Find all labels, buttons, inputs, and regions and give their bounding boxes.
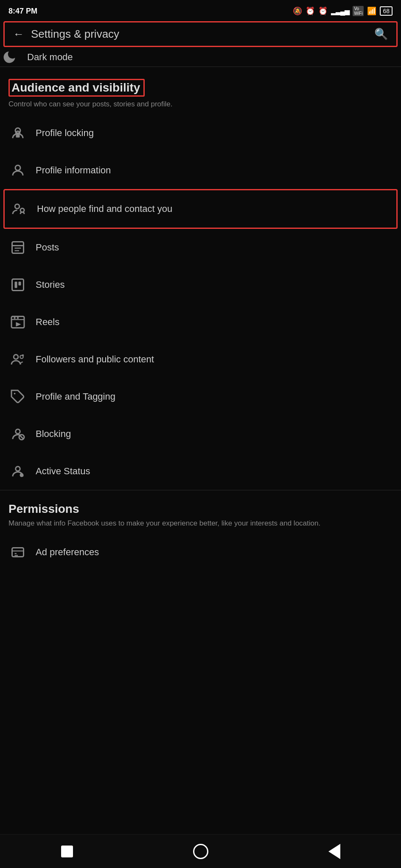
reels-label: Reels xyxy=(36,317,59,328)
posts-label: Posts xyxy=(36,242,59,253)
time-display: 8:47 PM xyxy=(8,7,37,16)
bottom-nav xyxy=(0,834,401,868)
profile-locking-item[interactable]: Profile locking xyxy=(0,114,401,152)
svg-rect-1 xyxy=(16,134,20,138)
square-icon xyxy=(61,846,73,857)
blocking-item[interactable]: Blocking xyxy=(0,415,401,453)
how-people-find-item[interactable]: How people find and contact you xyxy=(3,189,398,229)
followers-icon xyxy=(8,350,27,369)
back-button[interactable]: ← xyxy=(13,28,24,41)
blocking-label: Blocking xyxy=(36,428,71,440)
dark-mode-icon xyxy=(0,48,19,67)
dark-mode-item[interactable]: Dark mode xyxy=(0,48,401,67)
svg-point-2 xyxy=(15,165,20,170)
circle-icon xyxy=(193,844,208,859)
ad-prefs-icon xyxy=(8,543,27,562)
dark-mode-label: Dark mode xyxy=(27,52,73,63)
profile-lock-icon xyxy=(8,124,27,142)
reels-icon xyxy=(8,313,27,331)
svg-point-14 xyxy=(14,317,16,319)
moon-icon xyxy=(2,50,17,65)
header-left: ← Settings & privacy xyxy=(13,28,119,41)
svg-point-25 xyxy=(16,467,20,471)
battery-display: 68 xyxy=(380,6,393,16)
alarm-icon: ⏰ xyxy=(306,6,315,16)
followers-item[interactable]: Followers and public content xyxy=(0,341,401,378)
ad-preferences-label: Ad preferences xyxy=(36,547,99,558)
search-icon[interactable]: 🔍 xyxy=(374,28,388,41)
triangle-icon xyxy=(328,844,340,859)
nav-home-button[interactable] xyxy=(191,841,211,862)
signal-icon: ▂▃▄▅ xyxy=(331,7,349,15)
profile-tagging-item[interactable]: Profile and Tagging xyxy=(0,378,401,415)
stories-item[interactable]: Stories xyxy=(0,266,401,303)
ad-preferences-item[interactable]: Ad preferences xyxy=(0,534,401,571)
posts-icon xyxy=(8,238,27,257)
permissions-subtitle: Manage what info Facebook uses to make y… xyxy=(8,519,393,531)
svg-point-26 xyxy=(20,473,24,477)
nav-back-button[interactable] xyxy=(324,841,345,862)
vo-wifi-icon: VoWiFi xyxy=(353,6,364,16)
alarm2-icon: ⏰ xyxy=(318,6,328,16)
blocking-icon xyxy=(8,425,27,443)
profile-tag-icon xyxy=(8,387,27,406)
profile-tagging-label: Profile and Tagging xyxy=(36,391,115,402)
svg-rect-10 xyxy=(15,282,17,288)
svg-rect-11 xyxy=(19,282,21,286)
profile-information-item[interactable]: Profile information xyxy=(0,152,401,189)
status-icons: 🔕 ⏰ ⏰ ▂▃▄▅ VoWiFi 📶 68 xyxy=(293,6,393,16)
audience-section-header: Audience and visibility Control who can … xyxy=(0,67,401,114)
active-status-item[interactable]: Active Status xyxy=(0,453,401,490)
audience-title: Audience and visibility xyxy=(8,79,145,97)
stories-icon xyxy=(8,275,27,294)
find-contact-icon xyxy=(10,200,28,218)
svg-marker-16 xyxy=(16,322,21,327)
profile-info-icon xyxy=(8,161,27,180)
page-title: Settings & privacy xyxy=(31,28,119,41)
svg-point-22 xyxy=(16,429,20,434)
svg-point-15 xyxy=(17,317,19,319)
settings-header: ← Settings & privacy 🔍 xyxy=(3,21,398,47)
permissions-title: Permissions xyxy=(8,502,393,516)
reels-item[interactable]: Reels xyxy=(0,303,401,341)
svg-rect-9 xyxy=(12,279,24,291)
active-status-icon xyxy=(8,462,27,481)
wifi-icon: 📶 xyxy=(367,6,376,16)
nav-square-button[interactable] xyxy=(57,841,77,862)
active-status-label: Active Status xyxy=(36,466,90,477)
svg-point-3 xyxy=(15,204,20,209)
stories-label: Stories xyxy=(36,279,64,290)
permissions-section-header: Permissions Manage what info Facebook us… xyxy=(0,490,401,534)
followers-label: Followers and public content xyxy=(36,354,154,365)
profile-information-label: Profile information xyxy=(36,165,111,176)
audience-subtitle: Control who can see your posts, stories … xyxy=(8,100,393,112)
profile-locking-label: Profile locking xyxy=(36,128,94,139)
status-bar: 8:47 PM 🔕 ⏰ ⏰ ▂▃▄▅ VoWiFi 📶 68 xyxy=(0,0,401,21)
mute-icon: 🔕 xyxy=(293,6,302,16)
svg-point-17 xyxy=(14,355,18,359)
svg-rect-5 xyxy=(12,242,24,253)
how-people-find-label: How people find and contact you xyxy=(37,203,172,214)
posts-item[interactable]: Posts xyxy=(0,229,401,266)
